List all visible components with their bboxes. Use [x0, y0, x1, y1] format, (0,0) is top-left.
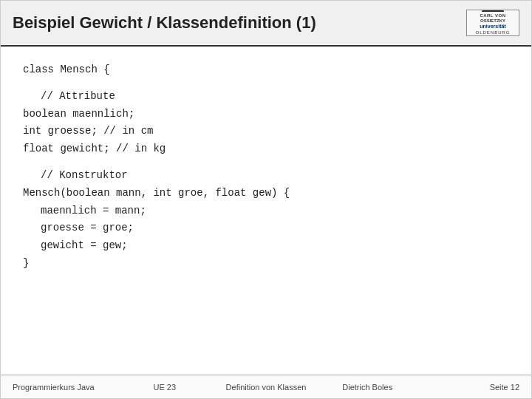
- code-line-comment-konstr: // Konstruktor: [23, 167, 509, 185]
- footer-author: Dietrich Boles: [317, 383, 418, 392]
- code-line-1: class Mensch {: [23, 61, 509, 79]
- spacer-1: [23, 79, 509, 88]
- slide: Beispiel Gewicht / Klassendefinition (1)…: [0, 0, 532, 399]
- footer-topic: Definition von Klassen: [215, 383, 316, 392]
- code-line-assign-2: groesse = groe;: [23, 219, 509, 237]
- footer-page: Seite 12: [418, 383, 519, 392]
- footer-unit: UE 23: [114, 383, 215, 392]
- slide-content: class Mensch { // Attribute boolean maen…: [1, 47, 531, 375]
- code-line-assign-1: maennlich = mann;: [23, 202, 509, 220]
- slide-title: Beispiel Gewicht / Klassendefinition (1): [13, 13, 316, 33]
- code-line-constructor: Mensch(boolean mann, int groe, float gew…: [23, 185, 509, 202]
- code-line-int: int groesse; // in cm: [23, 123, 509, 140]
- code-line-assign-3: gewicht = gew;: [23, 237, 509, 255]
- logo-arc-icon: [482, 10, 504, 12]
- slide-header: Beispiel Gewicht / Klassendefinition (1)…: [1, 1, 531, 47]
- code-block: class Mensch { // Attribute boolean maen…: [23, 61, 509, 273]
- code-line-close: }: [23, 255, 509, 273]
- code-line-float: float gewicht; // in kg: [23, 140, 509, 158]
- slide-footer: Programmierkurs Java UE 23 Definition vo…: [1, 375, 531, 398]
- footer-course: Programmierkurs Java: [13, 383, 114, 392]
- logo-area: CARL VON OSSIETZKY universität OLDENBURG: [460, 8, 519, 38]
- code-line-bool: boolean maennlich;: [23, 106, 509, 123]
- code-line-comment-attr: // Attribute: [23, 88, 509, 106]
- university-logo: CARL VON OSSIETZKY universität OLDENBURG: [466, 10, 519, 36]
- spacer-2: [23, 158, 509, 167]
